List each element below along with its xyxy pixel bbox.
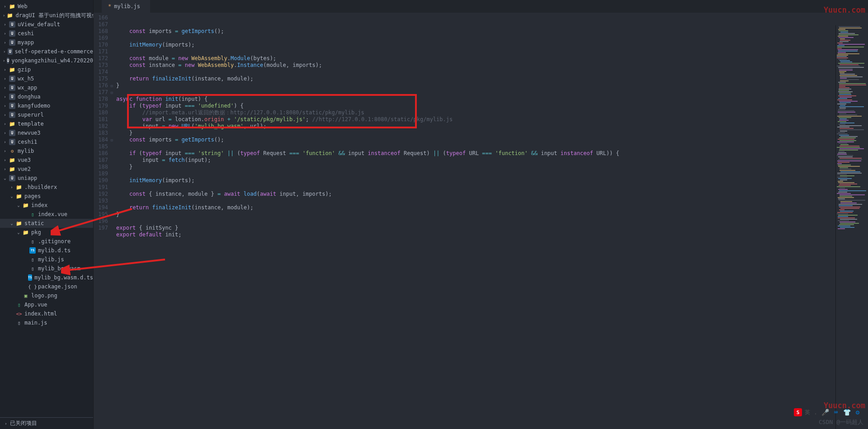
code-line[interactable] bbox=[116, 170, 868, 177]
code-line[interactable]: const imports = getImports(); bbox=[116, 28, 868, 35]
code-line[interactable]: if (typeof input === 'undefined') { bbox=[116, 103, 868, 109]
tree-item-dragui---uni-----------[interactable]: ›📁dragUI 基于uni的可拖拽可视化编... bbox=[0, 11, 93, 20]
tree-item-wx-app[interactable]: ›Uwx_app bbox=[0, 83, 93, 92]
code-line[interactable]: } bbox=[116, 130, 868, 137]
line-number[interactable]: 187 bbox=[94, 157, 108, 164]
line-number[interactable]: 173 bbox=[94, 62, 108, 69]
line-number[interactable]: 188 bbox=[94, 164, 108, 170]
line-number[interactable]: 186 bbox=[94, 150, 108, 157]
line-number[interactable]: 193 bbox=[94, 198, 108, 204]
code-line[interactable]: initMemory(imports); bbox=[116, 42, 868, 48]
line-number[interactable]: 166 bbox=[94, 14, 108, 21]
tree-item-mylib-bg-wasm-d-ts[interactable]: TSmylib_bg.wasm.d.ts bbox=[0, 273, 93, 282]
code-line[interactable]: const module = new WebAssembly.Module(by… bbox=[116, 55, 868, 62]
code-line[interactable] bbox=[116, 69, 868, 75]
code-line[interactable]: async function init(input) { bbox=[116, 96, 868, 103]
code-line[interactable]: export default init; bbox=[116, 231, 868, 238]
code-line[interactable] bbox=[116, 198, 868, 204]
line-number[interactable]: 181 bbox=[94, 116, 108, 123]
minimap[interactable] bbox=[835, 25, 868, 429]
line-number[interactable]: 197 bbox=[94, 225, 108, 231]
line-number[interactable]: 180 bbox=[94, 109, 108, 116]
code-line[interactable]: } bbox=[116, 164, 868, 170]
tree-item-uniapp[interactable]: ⌄Uuniapp bbox=[0, 174, 93, 183]
line-number[interactable]: 174 bbox=[94, 69, 108, 75]
code-line[interactable] bbox=[116, 143, 868, 150]
tree-item-mylib[interactable]: ›⚙mylib bbox=[0, 146, 93, 156]
tree-item-yongkangzhihui-wh4-720220419[interactable]: ›Uyongkangzhihui_wh4.720220419 bbox=[0, 56, 93, 65]
tree-item-logo-png[interactable]: ▣logo.png bbox=[0, 291, 93, 300]
tree-item-kangfudemo[interactable]: ›Ukangfudemo bbox=[0, 101, 93, 110]
code-editor[interactable]: const imports = getImports(); initMemory… bbox=[114, 13, 868, 429]
line-number[interactable]: 189 bbox=[94, 170, 108, 177]
tree-item-static[interactable]: ⌄📁static bbox=[0, 219, 93, 228]
code-line[interactable]: //import.meta.url返回的数据：http://127.0.0.1:… bbox=[116, 109, 868, 116]
code-line[interactable] bbox=[116, 184, 868, 191]
line-number[interactable]: 191 bbox=[94, 184, 108, 191]
code-line[interactable] bbox=[116, 89, 868, 96]
tree-item--gitignore[interactable]: ▯.gitignore bbox=[0, 237, 93, 246]
tree-item-main-js[interactable]: ▯main.js bbox=[0, 318, 93, 327]
closed-projects[interactable]: › 已关闭项目 bbox=[0, 417, 93, 429]
code-line[interactable]: initMemory(imports); bbox=[116, 177, 868, 184]
tree-item-superurl[interactable]: ›Usuperurl bbox=[0, 110, 93, 119]
line-number[interactable]: 183 bbox=[94, 130, 108, 137]
tree-item-web[interactable]: ›📁Web bbox=[0, 2, 93, 11]
code-line[interactable] bbox=[116, 48, 868, 55]
tab-bar[interactable]: * mylib.js bbox=[94, 0, 868, 13]
tree-item-index-html[interactable]: <>index.html bbox=[0, 309, 93, 318]
shirt-icon[interactable]: 👕 bbox=[843, 408, 851, 416]
line-number[interactable]: 196 bbox=[94, 218, 108, 225]
line-number[interactable]: 179 bbox=[94, 103, 108, 109]
ime-lang[interactable]: 英 bbox=[805, 409, 810, 416]
code-line[interactable] bbox=[116, 35, 868, 42]
tree-item-newvue3[interactable]: ›Unewvue3 bbox=[0, 128, 93, 137]
tree-item-uview-default[interactable]: ›UuView_default bbox=[0, 20, 93, 29]
line-number[interactable]: 192 bbox=[94, 191, 108, 198]
tree-item-template[interactable]: ›📁template bbox=[0, 119, 93, 128]
line-number[interactable]: 184 bbox=[94, 137, 108, 143]
code-line[interactable]: } bbox=[116, 82, 868, 89]
tree-item-donghua[interactable]: ›Udonghua bbox=[0, 92, 93, 101]
line-number[interactable]: 195 bbox=[94, 211, 108, 218]
line-number[interactable]: 176 bbox=[94, 82, 108, 89]
code-line[interactable]: export { initSync } bbox=[116, 225, 868, 231]
tree-item-package-json[interactable]: { }package.json bbox=[0, 282, 93, 291]
tree-item-mylib-bg-wasm[interactable]: ▯mylib_bg.wasm bbox=[0, 264, 93, 273]
tree-item-pages[interactable]: ⌄📁pages bbox=[0, 192, 93, 201]
mic-icon[interactable]: 🎤 bbox=[821, 408, 829, 416]
code-line[interactable]: const imports = getImports(); bbox=[116, 137, 868, 143]
ime-icon[interactable]: S bbox=[794, 408, 802, 416]
file-explorer[interactable]: ›📁Web›📁dragUI 基于uni的可拖拽可视化编...›UuView_de… bbox=[0, 0, 94, 429]
line-number[interactable]: 169 bbox=[94, 35, 108, 42]
tree-item-myapp[interactable]: ›Umyapp bbox=[0, 38, 93, 47]
tree-item-vue3[interactable]: ›📁vue3 bbox=[0, 156, 93, 165]
tree-item-self-operated-e-commerce[interactable]: ›Uself-operated-e-commerce bbox=[0, 47, 93, 56]
tree-item-wx-h5[interactable]: ›Uwx_h5 bbox=[0, 74, 93, 83]
code-line[interactable] bbox=[116, 218, 868, 225]
line-number[interactable]: 182 bbox=[94, 123, 108, 130]
line-number[interactable]: 185 bbox=[94, 143, 108, 150]
tree-item--hbuilderx[interactable]: ›📁.hbuilderx bbox=[0, 183, 93, 192]
tree-item-app-vue[interactable]: ▯App.vue bbox=[0, 300, 93, 309]
code-line[interactable]: if (typeof input === 'string' || (typeof… bbox=[116, 150, 868, 157]
line-number-gutter[interactable]: 1661671681691701711721731741751761771781… bbox=[94, 13, 114, 429]
tree-item-pkg[interactable]: ⌄📁pkg bbox=[0, 228, 93, 237]
tree-item-index-vue[interactable]: ▯index.vue bbox=[0, 210, 93, 219]
tree-item-mylib-d-ts[interactable]: TSmylib.d.ts bbox=[0, 246, 93, 255]
line-number[interactable]: 168 bbox=[94, 28, 108, 35]
line-number[interactable]: 175 bbox=[94, 75, 108, 82]
code-line[interactable]: input = fetch(input); bbox=[116, 157, 868, 164]
ime-punct[interactable]: ， bbox=[813, 409, 818, 416]
code-line[interactable]: } bbox=[116, 211, 868, 218]
line-number[interactable]: 194 bbox=[94, 204, 108, 211]
code-line[interactable]: const instance = new WebAssembly.Instanc… bbox=[116, 62, 868, 69]
line-number[interactable]: 170 bbox=[94, 42, 108, 48]
line-number[interactable]: 167 bbox=[94, 21, 108, 28]
line-number[interactable]: 172 bbox=[94, 55, 108, 62]
tree-item-gzip[interactable]: ›📁gzip bbox=[0, 65, 93, 74]
line-number[interactable]: 177 bbox=[94, 89, 108, 96]
code-line[interactable]: input = new URL('mylib_bg.wasm', url); bbox=[116, 123, 868, 130]
code-line[interactable]: return finalizeInit(instance, module); bbox=[116, 75, 868, 82]
tree-item-vue2[interactable]: ›📁vue2 bbox=[0, 165, 93, 174]
